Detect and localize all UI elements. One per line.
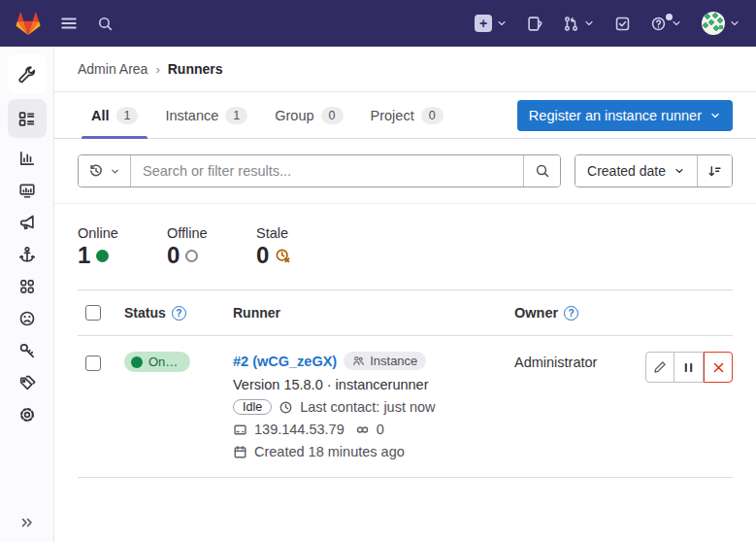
double-chevron-right-icon (19, 515, 35, 530)
search-submit-button[interactable] (523, 155, 560, 186)
tab-count-badge: 0 (421, 107, 444, 124)
wrench-icon (17, 65, 36, 84)
stale-clock-icon (275, 248, 291, 264)
owner-name: Administrator (514, 355, 597, 370)
online-dot-icon (96, 250, 109, 262)
sort-by-dropdown[interactable]: Created date (575, 155, 697, 186)
tab-instance[interactable]: Instance 1 (151, 92, 261, 138)
sidebar-item-monitoring[interactable] (8, 174, 47, 206)
runner-type-badge: Instance (344, 352, 426, 370)
sidebar-item-overview[interactable] (8, 99, 47, 138)
merge-requests-button[interactable] (563, 16, 595, 32)
stat-label: Online (78, 225, 138, 241)
chevron-down-icon (496, 17, 508, 29)
tab-count-badge: 1 (116, 107, 139, 124)
stat-offline: Offline 0 (167, 225, 227, 268)
sort-descending-icon (707, 164, 722, 179)
global-search-button[interactable] (97, 16, 114, 32)
notification-dot (666, 14, 673, 20)
table-header-row: Status ? Runner Owner ? (78, 289, 733, 336)
sidebar-item-hooks[interactable] (8, 238, 47, 270)
gear-icon (18, 406, 36, 423)
bar-chart-icon (18, 150, 36, 167)
gitlab-logo[interactable] (16, 12, 41, 36)
issues-icon (527, 16, 543, 32)
header-owner: Owner (514, 305, 558, 321)
sidebar-collapse-button[interactable] (0, 515, 54, 530)
status-dot-icon (131, 356, 143, 368)
created-text: Created 18 minutes ago (254, 444, 405, 459)
applications-grid-icon (18, 278, 36, 295)
sidebar-item-messages[interactable] (8, 206, 47, 238)
runner-tabs: All 1 Instance 1 Group 0 Project 0 (78, 92, 457, 138)
sort-group: Created date (575, 154, 733, 187)
clock-icon (279, 400, 293, 415)
todos-button[interactable] (614, 16, 631, 32)
status-help-icon[interactable]: ? (172, 306, 186, 321)
computer-icon (233, 423, 247, 437)
stat-value: 0 (167, 243, 180, 268)
sidebar-item-admin-area[interactable] (8, 54, 47, 93)
issues-button[interactable] (527, 16, 543, 32)
overview-icon (17, 110, 36, 128)
pencil-icon (653, 360, 667, 374)
sidebar-item-labels[interactable] (8, 366, 47, 398)
register-button-label: Register an instance runner (529, 108, 702, 123)
sidebar-item-abuse-reports[interactable] (8, 302, 47, 334)
chevron-down-icon (709, 110, 721, 121)
stat-value: 1 (78, 243, 90, 268)
sidebar-item-settings[interactable] (8, 398, 47, 430)
anchor-icon (18, 246, 36, 263)
tab-label: Project (371, 108, 414, 123)
tab-all[interactable]: All 1 (78, 92, 151, 138)
tab-label: Instance (165, 108, 218, 123)
help-menu-button[interactable] (650, 16, 682, 32)
edit-runner-button[interactable] (645, 352, 674, 383)
todo-check-icon (614, 16, 631, 32)
users-icon (352, 355, 365, 367)
select-all-checkbox[interactable] (85, 305, 101, 321)
sidebar-item-analytics[interactable] (8, 142, 47, 174)
pause-runner-button[interactable] (674, 352, 704, 383)
chevron-down-icon (583, 17, 595, 29)
search-input[interactable] (131, 155, 523, 186)
runners-table: Status ? Runner Owner ? (78, 289, 733, 478)
admin-sidebar (0, 47, 54, 542)
tab-group[interactable]: Group 0 (261, 92, 356, 138)
row-checkbox[interactable] (85, 356, 101, 371)
search-icon (535, 163, 550, 179)
delete-runner-button[interactable] (704, 352, 733, 383)
new-menu-button[interactable]: + (475, 15, 508, 32)
top-navbar: + (0, 0, 756, 47)
search-history-button[interactable] (79, 155, 131, 186)
sidebar-toggle-button[interactable] (60, 15, 78, 32)
plus-icon: + (475, 15, 492, 32)
runner-link[interactable]: #2 (wCG_zeGX) (233, 354, 337, 369)
runner-stats: Online 1 Offline 0 Stale 0 (54, 204, 756, 286)
frown-face-icon (18, 310, 36, 327)
sidebar-item-credentials[interactable] (8, 334, 47, 366)
stat-label: Stale (256, 225, 316, 241)
question-circle-icon (650, 16, 667, 32)
calendar-icon (233, 445, 247, 459)
hamburger-icon (60, 15, 78, 32)
main-content: Admin Area › Runners All 1 Instance 1 Gr… (54, 47, 756, 542)
runner-type-label: Instance (370, 354, 417, 368)
gitlab-tanuki-icon (16, 12, 41, 36)
status-badge: Online (124, 352, 190, 372)
tab-label: Group (275, 108, 313, 123)
merge-request-icon (563, 16, 579, 32)
tab-project[interactable]: Project 0 (357, 92, 457, 138)
owner-help-icon[interactable]: ? (564, 306, 578, 321)
register-instance-runner-button[interactable]: Register an instance runner (517, 100, 733, 131)
offline-ring-icon (185, 250, 198, 262)
history-icon (88, 163, 104, 179)
sidebar-item-applications[interactable] (8, 270, 47, 302)
link-icon (355, 423, 370, 437)
user-menu-button[interactable] (702, 12, 740, 35)
chevron-down-icon (671, 17, 682, 29)
stat-label: Offline (167, 225, 227, 241)
sort-direction-button[interactable] (697, 155, 732, 186)
breadcrumb-separator: › (155, 62, 159, 77)
breadcrumb-admin-area[interactable]: Admin Area (78, 61, 148, 77)
